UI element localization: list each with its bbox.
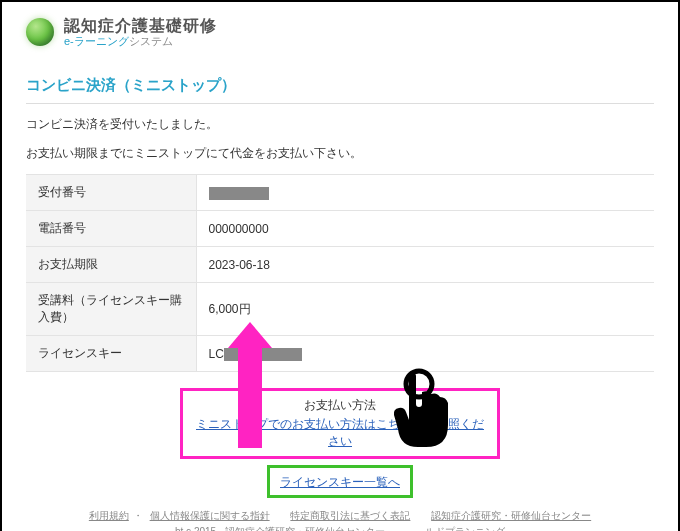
footer-link[interactable]: 特定商取引法に基づく表記: [290, 510, 410, 521]
table-row: ライセンスキー LC: [26, 336, 654, 372]
row-label: お支払期限: [26, 247, 196, 283]
footer-copyright: ht c 2015-, 認知症介護研究・研修仙台センター ルドプランニング: [26, 524, 654, 531]
table-row: 電話番号 000000000: [26, 211, 654, 247]
footer: 利用規約・ 個人情報保護に関する指針 特定商取引法に基づく表記 認知症介護研究・…: [26, 508, 654, 531]
table-row: お支払期限 2023-06-18: [26, 247, 654, 283]
row-value: [196, 175, 654, 211]
row-label: 受付番号: [26, 175, 196, 211]
row-label: ライセンスキー: [26, 336, 196, 372]
page-title: コンビニ決済（ミニストップ）: [26, 76, 654, 104]
app-header: 認知症介護基礎研修 e-ラーニングシステム: [26, 10, 654, 58]
footer-link[interactable]: 認知症介護研究・研修仙台センター: [431, 510, 591, 521]
footer-link[interactable]: 利用規約: [89, 510, 129, 521]
license-list-link[interactable]: ライセンスキー一覧へ: [280, 475, 400, 489]
table-row: 受講料（ライセンスキー購入費） 6,000円: [26, 283, 654, 336]
instruction-message: お支払い期限までにミニストップにて代金をお支払い下さい。: [26, 145, 654, 162]
row-value: 2023-06-18: [196, 247, 654, 283]
accepted-message: コンビニ決済を受付いたしました。: [26, 116, 654, 133]
payment-details-table: 受付番号 電話番号 000000000 お支払期限 2023-06-18 受講料…: [26, 174, 654, 372]
highlight-arrow-icon: [228, 322, 272, 452]
row-value: 000000000: [196, 211, 654, 247]
row-label: 受講料（ライセンスキー購入費）: [26, 283, 196, 336]
license-list-box: ライセンスキー一覧へ: [267, 465, 413, 498]
footer-link[interactable]: 個人情報保護に関する指針: [150, 510, 270, 521]
redacted-value: [209, 187, 269, 200]
pointer-hand-icon: [392, 368, 462, 458]
header-title: 認知症介護基礎研修: [64, 16, 217, 35]
header-subtitle: e-ラーニングシステム: [64, 35, 217, 48]
table-row: 受付番号: [26, 175, 654, 211]
row-label: 電話番号: [26, 211, 196, 247]
logo-icon: [26, 18, 54, 46]
